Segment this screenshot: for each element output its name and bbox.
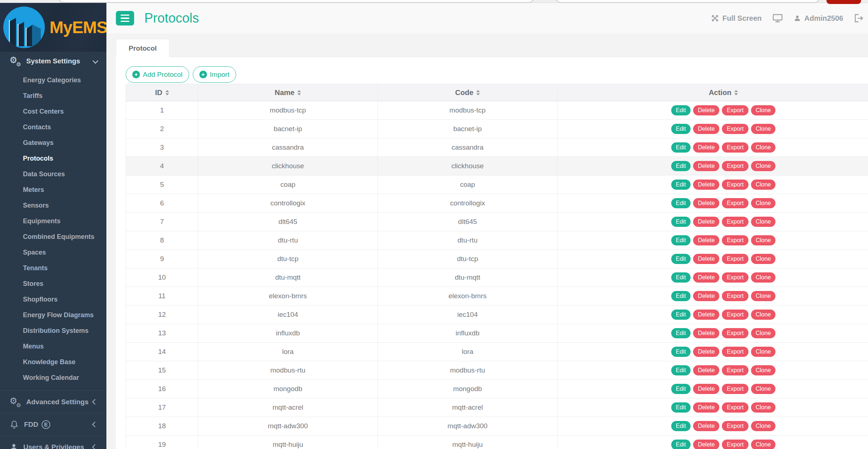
sidebar-item-distribution-systems[interactable]: Distribution Systems — [0, 323, 106, 339]
edit-button[interactable]: Edit — [671, 310, 691, 320]
clone-button[interactable]: Clone — [751, 291, 776, 301]
edit-button[interactable]: Edit — [671, 402, 691, 413]
clone-button[interactable]: Clone — [751, 198, 776, 208]
edit-button[interactable]: Edit — [671, 217, 691, 227]
clone-button[interactable]: Clone — [751, 328, 776, 338]
sidebar-item-energy-flow-diagrams[interactable]: Energy Flow Diagrams — [0, 307, 106, 323]
edit-button[interactable]: Edit — [671, 254, 691, 264]
sidebar-section-fdd[interactable]: FDD E — [0, 413, 106, 436]
sidebar-section-advanced-settings[interactable]: ⚙⚙ Advanced Settings — [0, 390, 106, 413]
export-button[interactable]: Export — [722, 198, 748, 208]
delete-button[interactable]: Delete — [693, 440, 719, 449]
add-protocol-button[interactable]: + Add Protocol — [126, 66, 189, 83]
export-button[interactable]: Export — [722, 142, 748, 153]
sidebar-item-shopfloors[interactable]: Shopfloors — [0, 292, 106, 307]
delete-button[interactable]: Delete — [693, 254, 719, 264]
delete-button[interactable]: Delete — [693, 198, 719, 208]
clone-button[interactable]: Clone — [751, 310, 776, 320]
delete-button[interactable]: Delete — [693, 402, 719, 413]
browser-recording-badge[interactable] — [826, 0, 861, 4]
delete-button[interactable]: Delete — [693, 105, 719, 115]
sidebar-item-cost-centers[interactable]: Cost Centers — [0, 104, 106, 119]
delete-button[interactable]: Delete — [693, 365, 719, 375]
browser-search-bar[interactable] — [555, 0, 820, 3]
clone-button[interactable]: Clone — [751, 440, 776, 449]
delete-button[interactable]: Delete — [693, 384, 719, 394]
export-button[interactable]: Export — [722, 124, 748, 134]
browser-address-bar[interactable] — [58, 0, 534, 3]
clone-button[interactable]: Clone — [751, 347, 776, 357]
export-button[interactable]: Export — [722, 365, 748, 375]
clone-button[interactable]: Clone — [751, 421, 776, 431]
sidebar-toggle-button[interactable] — [116, 11, 134, 25]
delete-button[interactable]: Delete — [693, 235, 719, 245]
edit-button[interactable]: Edit — [671, 142, 691, 153]
export-button[interactable]: Export — [722, 328, 748, 338]
user-menu[interactable]: Admin2506 — [794, 14, 843, 23]
clone-button[interactable]: Clone — [751, 402, 776, 413]
clone-button[interactable]: Clone — [751, 384, 776, 394]
logout-icon[interactable] — [854, 14, 864, 23]
edit-button[interactable]: Edit — [671, 198, 691, 208]
clone-button[interactable]: Clone — [751, 235, 776, 245]
tab-protocol[interactable]: Protocol — [116, 39, 169, 57]
sidebar-section-system-settings[interactable]: ⚙⚙ System Settings — [0, 52, 106, 71]
monitor-icon[interactable] — [773, 13, 783, 23]
export-button[interactable]: Export — [722, 180, 748, 190]
sidebar-item-data-sources[interactable]: Data Sources — [0, 166, 106, 182]
sidebar-section-users-privileges[interactable]: Users & Privileges — [0, 436, 106, 449]
sidebar-item-spaces[interactable]: Spaces — [0, 245, 106, 260]
export-button[interactable]: Export — [722, 272, 748, 283]
clone-button[interactable]: Clone — [751, 272, 776, 283]
delete-button[interactable]: Delete — [693, 217, 719, 227]
delete-button[interactable]: Delete — [693, 421, 719, 431]
export-button[interactable]: Export — [722, 217, 748, 227]
export-button[interactable]: Export — [722, 254, 748, 264]
edit-button[interactable]: Edit — [671, 421, 691, 431]
clone-button[interactable]: Clone — [751, 180, 776, 190]
edit-button[interactable]: Edit — [671, 105, 691, 115]
sidebar-item-protocols[interactable]: Protocols — [0, 151, 106, 166]
sidebar-item-working-calendar[interactable]: Working Calendar — [0, 370, 106, 386]
sidebar-item-knowledge-base[interactable]: Knowledge Base — [0, 354, 106, 370]
sidebar-item-stores[interactable]: Stores — [0, 276, 106, 292]
export-button[interactable]: Export — [722, 310, 748, 320]
column-header-code[interactable]: Code — [378, 84, 558, 101]
column-header-action[interactable]: Action — [558, 84, 868, 101]
export-button[interactable]: Export — [722, 161, 748, 171]
clone-button[interactable]: Clone — [751, 124, 776, 134]
delete-button[interactable]: Delete — [693, 180, 719, 190]
delete-button[interactable]: Delete — [693, 328, 719, 338]
export-button[interactable]: Export — [722, 440, 748, 449]
column-header-id[interactable]: ID — [126, 84, 198, 101]
import-button[interactable]: + Import — [193, 66, 236, 83]
edit-button[interactable]: Edit — [671, 384, 691, 394]
delete-button[interactable]: Delete — [693, 310, 719, 320]
delete-button[interactable]: Delete — [693, 272, 719, 283]
delete-button[interactable]: Delete — [693, 161, 719, 171]
sidebar-item-equipments[interactable]: Equipments — [0, 213, 106, 229]
delete-button[interactable]: Delete — [693, 142, 719, 153]
column-header-name[interactable]: Name — [198, 84, 378, 101]
edit-button[interactable]: Edit — [671, 365, 691, 375]
edit-button[interactable]: Edit — [671, 180, 691, 190]
clone-button[interactable]: Clone — [751, 161, 776, 171]
export-button[interactable]: Export — [722, 421, 748, 431]
export-button[interactable]: Export — [722, 384, 748, 394]
sidebar-item-energy-categories[interactable]: Energy Categories — [0, 72, 106, 88]
edit-button[interactable]: Edit — [671, 124, 691, 134]
sidebar-item-menus[interactable]: Menus — [0, 339, 106, 354]
clone-button[interactable]: Clone — [751, 254, 776, 264]
sidebar-item-tenants[interactable]: Tenants — [0, 260, 106, 276]
export-button[interactable]: Export — [722, 347, 748, 357]
export-button[interactable]: Export — [722, 235, 748, 245]
edit-button[interactable]: Edit — [671, 440, 691, 449]
delete-button[interactable]: Delete — [693, 347, 719, 357]
export-button[interactable]: Export — [722, 402, 748, 413]
export-button[interactable]: Export — [722, 105, 748, 115]
clone-button[interactable]: Clone — [751, 365, 776, 375]
clone-button[interactable]: Clone — [751, 105, 776, 115]
edit-button[interactable]: Edit — [671, 235, 691, 245]
sidebar-item-meters[interactable]: Meters — [0, 182, 106, 198]
fullscreen-button[interactable]: Full Screen — [711, 14, 762, 23]
